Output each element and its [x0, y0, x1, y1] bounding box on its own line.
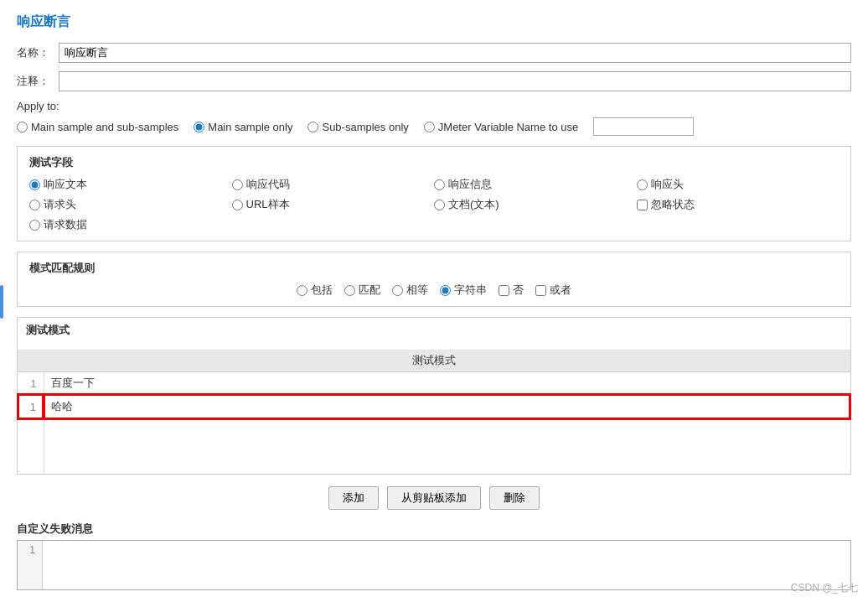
apply-jmeter-var-radio[interactable] — [424, 122, 435, 132]
table-row-empty-1 — [18, 418, 850, 437]
pattern-rules-section: 模式匹配规则 包括 匹配 相等 字符串 否 — [17, 252, 851, 307]
test-fields-title: 测试字段 — [29, 155, 839, 170]
pr-or-item[interactable]: 或者 — [535, 283, 571, 298]
pr-equal-item[interactable]: 相等 — [392, 283, 428, 298]
tf-req-data-radio[interactable] — [29, 220, 40, 231]
comment-row: 注释： — [17, 71, 851, 91]
pr-match-item[interactable]: 匹配 — [344, 283, 380, 298]
add-clipboard-button[interactable]: 从剪贴板添加 — [387, 486, 481, 510]
custom-fail-line-num: 1 — [18, 541, 43, 589]
test-fields-section: 测试字段 响应文本 响应代码 响应信息 响应头 请求头 — [17, 146, 851, 241]
test-mode-header: 测试模式 — [18, 350, 850, 372]
tf-doc-item[interactable]: 文档(文本) — [434, 197, 637, 212]
pr-match-radio[interactable] — [344, 285, 355, 296]
name-label: 名称： — [17, 45, 59, 60]
tf-url-item[interactable]: URL样本 — [232, 197, 435, 212]
left-accent-bar — [0, 285, 3, 319]
pattern-options-group: 包括 匹配 相等 字符串 否 或者 — [29, 283, 839, 298]
tf-doc-label: 文档(文本) — [448, 197, 499, 212]
row-num-empty-3 — [18, 455, 44, 474]
apply-main-only-label: Main sample only — [208, 121, 292, 133]
custom-fail-textarea[interactable] — [43, 541, 850, 589]
tf-req-data-label: 请求数据 — [44, 217, 87, 232]
apply-main-sub-item[interactable]: Main sample and sub-samples — [17, 121, 178, 133]
name-input[interactable] — [59, 43, 851, 63]
tf-req-data-item[interactable]: 请求数据 — [29, 217, 232, 232]
apply-sub-only-radio[interactable] — [307, 122, 318, 132]
main-container: 响应断言 名称： 注释： Apply to: Main sample and s… — [0, 0, 868, 602]
pr-contains-item[interactable]: 包括 — [297, 283, 333, 298]
custom-fail-wrapper: 1 — [17, 540, 851, 590]
row-value-empty-2 — [44, 437, 850, 455]
apply-sub-only-label: Sub-samples only — [322, 121, 408, 133]
table-row-empty-2 — [18, 437, 850, 455]
apply-main-sub-radio[interactable] — [17, 122, 28, 132]
tf-resp-text-item[interactable]: 响应文本 — [29, 177, 232, 192]
apply-sub-only-item[interactable]: Sub-samples only — [307, 121, 408, 133]
add-button[interactable]: 添加 — [328, 486, 379, 510]
tf-resp-text-label: 响应文本 — [44, 177, 87, 192]
pr-not-item[interactable]: 否 — [499, 283, 524, 298]
row-value-1: 百度一下 — [44, 372, 850, 395]
apply-main-only-radio[interactable] — [194, 122, 204, 132]
apply-main-sub-label: Main sample and sub-samples — [31, 121, 178, 133]
apply-main-only-item[interactable]: Main sample only — [194, 121, 292, 133]
tf-resp-header-label: 响应头 — [651, 177, 684, 192]
pattern-rules-title: 模式匹配规则 — [29, 261, 839, 276]
jmeter-var-input[interactable] — [593, 117, 694, 136]
pr-contains-label: 包括 — [311, 283, 333, 298]
pr-equal-radio[interactable] — [392, 285, 403, 296]
pr-string-label: 字符串 — [454, 283, 487, 298]
tf-resp-header-radio[interactable] — [637, 179, 648, 190]
tf-resp-header-item[interactable]: 响应头 — [637, 177, 840, 192]
delete-button[interactable]: 删除 — [489, 486, 540, 510]
test-mode-section-label: 测试模式 — [18, 318, 850, 343]
comment-input[interactable] — [59, 71, 851, 91]
tf-resp-msg-radio[interactable] — [434, 179, 445, 190]
custom-fail-label: 自定义失败消息 — [17, 522, 851, 537]
tf-resp-code-item[interactable]: 响应代码 — [232, 177, 435, 192]
apply-to-radio-group: Main sample and sub-samples Main sample … — [17, 117, 851, 136]
name-row: 名称： — [17, 43, 851, 63]
tf-resp-code-radio[interactable] — [232, 179, 243, 190]
pr-or-checkbox[interactable] — [535, 285, 546, 296]
row-value-2: 哈哈 — [44, 395, 850, 418]
table-row: 1 百度一下 — [18, 372, 850, 395]
table-row-empty-3 — [18, 455, 850, 474]
tf-req-header-radio[interactable] — [29, 200, 40, 210]
apply-jmeter-var-item[interactable]: JMeter Variable Name to use — [424, 121, 578, 133]
row-num-2: 1 — [18, 395, 44, 418]
button-row: 添加 从剪贴板添加 删除 — [17, 486, 851, 510]
table-row-highlighted[interactable]: 1 哈哈 — [18, 395, 850, 418]
watermark: CSDN @_七七 — [791, 581, 858, 595]
row-value-empty-3 — [44, 455, 850, 474]
row-num-empty-2 — [18, 437, 44, 455]
pr-not-checkbox[interactable] — [499, 285, 509, 296]
comment-label: 注释： — [17, 74, 59, 89]
tf-ignore-status-label: 忽略状态 — [651, 197, 695, 212]
tf-resp-text-radio[interactable] — [29, 179, 40, 190]
apply-to-label: Apply to: — [17, 100, 851, 112]
tf-url-radio[interactable] — [232, 200, 243, 210]
tf-url-label: URL样本 — [246, 197, 290, 212]
tf-ignore-status-checkbox[interactable] — [637, 200, 648, 210]
tf-req-header-label: 请求头 — [44, 197, 76, 212]
tf-req-header-item[interactable]: 请求头 — [29, 197, 232, 212]
row-num-empty-1 — [18, 418, 44, 437]
tf-resp-code-label: 响应代码 — [246, 177, 290, 192]
pr-contains-radio[interactable] — [297, 285, 307, 296]
pr-or-label: 或者 — [550, 283, 571, 298]
row-value-empty-1 — [44, 418, 850, 437]
apply-to-section: Apply to: Main sample and sub-samples Ma… — [17, 100, 851, 136]
pr-equal-label: 相等 — [406, 283, 428, 298]
pr-match-label: 匹配 — [359, 283, 380, 298]
tf-doc-radio[interactable] — [434, 200, 445, 210]
test-mode-section: 测试模式 测试模式 1 百度一下 1 哈哈 — [17, 317, 851, 475]
tf-ignore-status-item[interactable]: 忽略状态 — [637, 197, 840, 212]
pr-string-item[interactable]: 字符串 — [440, 283, 487, 298]
apply-jmeter-var-label: JMeter Variable Name to use — [438, 121, 578, 133]
pr-string-radio[interactable] — [440, 285, 451, 296]
tf-resp-msg-label: 响应信息 — [448, 177, 492, 192]
pr-not-label: 否 — [513, 283, 524, 298]
tf-resp-msg-item[interactable]: 响应信息 — [434, 177, 637, 192]
